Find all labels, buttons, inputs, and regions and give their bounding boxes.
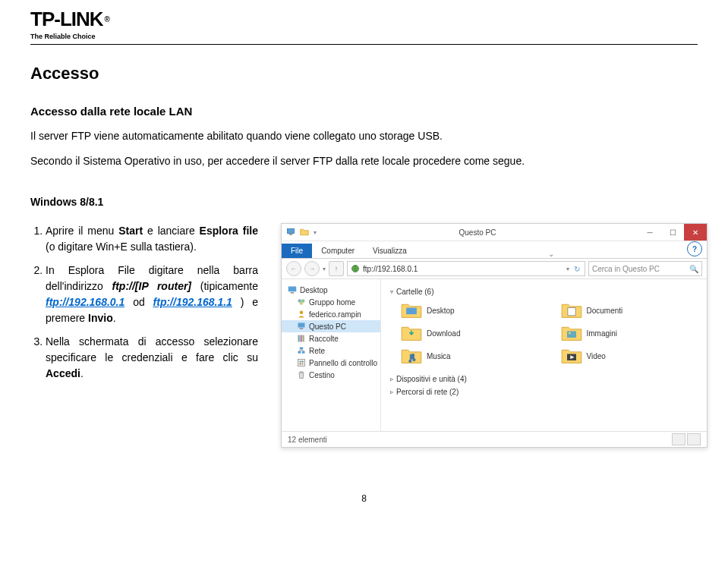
svg-rect-24	[567, 308, 575, 316]
os-heading: Windows 8/8.1	[30, 196, 698, 208]
search-input[interactable]: Cerca in Questo PC 🔍	[588, 261, 702, 276]
tab-computer[interactable]: Computer	[312, 244, 364, 258]
folder-icon	[401, 347, 422, 365]
svg-rect-9	[298, 323, 305, 328]
address-dropdown-icon[interactable]: ▾	[566, 266, 569, 272]
brand-header: TP-LINK® The Reliable Choice	[30, 0, 698, 45]
tab-visualizza[interactable]: Visualizza	[364, 244, 416, 258]
brand-logo: TP-LINK®	[30, 8, 698, 31]
sidebar-item-desktop[interactable]: Desktop	[282, 284, 380, 296]
svg-point-19	[301, 360, 303, 362]
svg-rect-17	[298, 360, 305, 367]
maximize-button[interactable]: ☐	[661, 224, 684, 241]
step-3: Nella schermata di accesso selezionare s…	[46, 334, 258, 382]
intro-paragraph-2: Secondo il Sistema Operativo in uso, per…	[30, 153, 698, 169]
folder-download[interactable]: Download	[401, 324, 538, 342]
intro-paragraph-1: Il server FTP viene automaticamente abil…	[30, 128, 698, 144]
nav-forward-button[interactable]: →	[304, 261, 320, 276]
window-titlebar: ▾ Questo PC ─ ☐ ✕	[282, 224, 707, 241]
svg-point-7	[300, 301, 304, 305]
chevron-right-icon: ▹	[390, 376, 393, 382]
address-toolbar: ← → ▾ ↑ ftp://192.168.0.1 ▾ ↻ Cerca in Q…	[282, 259, 707, 279]
nav-up-button[interactable]: ↑	[329, 261, 344, 276]
explorer-sidebar: Desktop Gruppo home federico.rampin	[282, 279, 381, 431]
svg-point-18	[299, 360, 301, 362]
instruction-list: Aprire il menu Start e lanciare Esplora …	[30, 223, 258, 382]
explorer-screenshot: ▾ Questo PC ─ ☐ ✕ File Computer Visualiz…	[281, 223, 708, 448]
help-icon[interactable]: ?	[687, 241, 702, 256]
controlpanel-icon	[297, 358, 306, 367]
svg-rect-10	[300, 328, 304, 329]
minimize-button[interactable]: ─	[638, 224, 661, 241]
svg-rect-3	[288, 287, 297, 292]
svg-rect-14	[298, 351, 301, 354]
step-1: Aprire il menu Start e lanciare Esplora …	[46, 223, 258, 255]
section-devices[interactable]: ▹ Dispositivi e unità (4)	[390, 373, 698, 385]
folder-images[interactable]: Immagini	[561, 324, 698, 342]
view-icons-button[interactable]	[687, 433, 701, 445]
chevron-right-icon: ▹	[390, 389, 393, 395]
ftp-link-1[interactable]: ftp://192.168.0.1	[46, 296, 124, 308]
svg-rect-23	[406, 308, 417, 315]
folder-icon	[401, 301, 422, 319]
folder-icon	[401, 324, 422, 342]
svg-rect-22	[300, 372, 304, 373]
section-netpaths[interactable]: ▹ Percorsi di rete (2)	[390, 385, 698, 398]
page-number: 8	[30, 493, 698, 504]
ftp-link-2[interactable]: ftp://192.168.1.1	[153, 296, 232, 308]
folder-video[interactable]: Video	[561, 347, 698, 365]
brand-tagline: The Reliable Choice	[30, 33, 698, 40]
tab-file[interactable]: File	[282, 244, 312, 258]
close-button[interactable]: ✕	[684, 224, 707, 241]
refresh-icon[interactable]: ↻	[572, 265, 581, 273]
svg-rect-15	[302, 351, 305, 354]
folder-icon	[561, 324, 582, 342]
svg-rect-4	[291, 292, 295, 294]
desktop-icon	[288, 285, 297, 294]
sidebar-item-thispc[interactable]: Questo PC	[282, 320, 380, 332]
folder-icon	[561, 347, 582, 365]
nav-back-button[interactable]: ←	[286, 261, 301, 276]
sidebar-item-libraries[interactable]: Raccolte	[282, 332, 380, 344]
svg-point-8	[300, 311, 304, 315]
svg-rect-11	[298, 335, 300, 342]
sidebar-item-homegroup[interactable]: Gruppo home	[282, 296, 380, 308]
ribbon-expand-icon[interactable]: ⌄	[544, 250, 559, 258]
sidebar-item-controlpanel[interactable]: Pannello di controllo	[282, 357, 380, 369]
libraries-icon	[297, 334, 306, 343]
search-placeholder: Cerca in Questo PC	[592, 265, 660, 273]
svg-point-20	[299, 363, 301, 364]
homegroup-icon	[297, 297, 306, 307]
folder-music[interactable]: Musica	[401, 347, 538, 365]
address-text: ftp://192.168.0.1	[363, 265, 418, 273]
user-icon	[297, 310, 306, 319]
svg-rect-16	[300, 348, 304, 350]
sidebar-item-user[interactable]: federico.rampin	[282, 308, 380, 320]
explorer-main: ▿ Cartelle (6) Desktop Documenti	[381, 279, 707, 431]
svg-point-21	[301, 363, 303, 364]
svg-rect-0	[288, 229, 295, 234]
status-bar: 12 elementi	[282, 431, 707, 447]
page-title: Accesso	[30, 64, 698, 83]
folder-icon	[300, 228, 309, 237]
folder-documents[interactable]: Documenti	[561, 301, 698, 319]
view-details-button[interactable]	[672, 433, 685, 445]
sidebar-item-trash[interactable]: Cestino	[282, 369, 380, 381]
svg-rect-12	[301, 335, 302, 342]
svg-rect-13	[303, 335, 304, 342]
step-2: In Esplora File digitare nella barra del…	[46, 263, 258, 326]
address-bar[interactable]: ftp://192.168.0.1 ▾ ↻	[347, 261, 585, 276]
status-text: 12 elementi	[288, 436, 327, 444]
trash-icon	[297, 370, 306, 379]
folder-desktop[interactable]: Desktop	[401, 301, 538, 319]
pc-icon	[297, 322, 306, 331]
folder-icon	[561, 301, 582, 319]
pc-icon	[286, 228, 295, 237]
svg-rect-25	[567, 331, 576, 338]
section-folders[interactable]: ▿ Cartelle (6)	[390, 285, 698, 298]
nav-history-icon[interactable]: ▾	[323, 266, 326, 272]
search-icon: 🔍	[689, 265, 698, 273]
sidebar-item-network[interactable]: Rete	[282, 344, 380, 357]
svg-rect-1	[289, 234, 293, 235]
section-subtitle: Accesso dalla rete locale LAN	[30, 105, 698, 118]
